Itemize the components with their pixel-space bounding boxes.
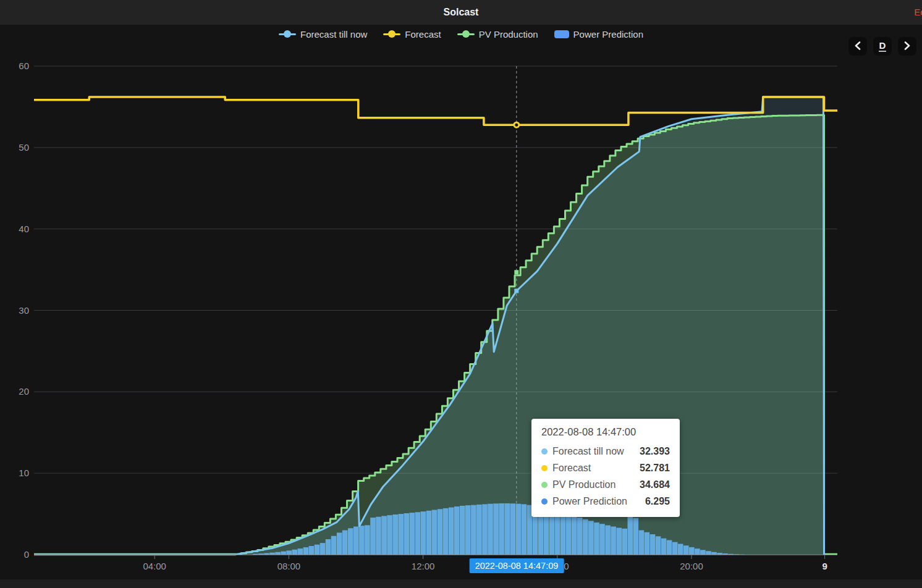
power-prediction-bar (342, 531, 348, 555)
power-prediction-bar (656, 536, 661, 555)
legend-line-dot-swatch (279, 30, 296, 38)
power-prediction-bar (286, 550, 292, 555)
power-prediction-bar (303, 547, 309, 555)
tooltip-series-label: Forecast (552, 463, 591, 474)
power-prediction-bar (577, 518, 583, 555)
previous-day-button[interactable] (848, 37, 867, 56)
power-prediction-bar (583, 519, 588, 555)
power-prediction-bar (415, 512, 421, 555)
power-prediction-bar (734, 554, 739, 555)
power-prediction-bar (695, 548, 700, 555)
power-prediction-bar (320, 543, 326, 555)
power-prediction-bar (264, 553, 269, 555)
power-prediction-bar (298, 548, 303, 555)
x-axis-tick-label: 9 (822, 561, 827, 571)
power-prediction-bar (683, 545, 689, 555)
day-navigation: D (848, 37, 916, 56)
tooltip-row: Forecast till now32.393 (541, 443, 670, 460)
chart-legend: Forecast till nowForecastPV ProductionPo… (0, 26, 922, 42)
power-prediction-bar (292, 550, 298, 555)
power-prediction-bar (309, 546, 315, 555)
power-prediction-bar (594, 523, 599, 555)
cursor-marker-ring (514, 122, 519, 127)
y-axis-tick-label: 40 (19, 224, 29, 234)
power-prediction-bar (488, 504, 493, 555)
power-prediction-bar (348, 528, 353, 555)
power-prediction-bar (504, 503, 510, 555)
power-prediction-bar (426, 511, 432, 555)
power-prediction-bar (381, 516, 387, 555)
tooltip-series-value: 34.684 (640, 479, 670, 490)
power-prediction-bar (443, 508, 449, 555)
legend-item-forecast-till-now[interactable]: Forecast till now (279, 29, 367, 40)
edit-link[interactable]: Edit (914, 0, 922, 25)
tooltip-series-label: PV Production (552, 479, 615, 490)
power-prediction-bar (572, 516, 577, 555)
power-prediction-bar (253, 554, 258, 555)
legend-item-label: PV Production (479, 29, 538, 40)
power-prediction-bar (706, 551, 711, 555)
power-prediction-bar (454, 506, 460, 555)
next-day-button[interactable] (898, 37, 916, 56)
day-range-button[interactable]: D (873, 37, 892, 56)
power-prediction-bar (410, 513, 415, 555)
x-axis-tick-label: 12:00 (412, 561, 435, 571)
power-prediction-bar (510, 503, 515, 555)
y-axis-tick-label: 50 (19, 142, 29, 153)
chart-canvas[interactable]: 010203040506004:0008:0012:0016:0020:009 (0, 0, 922, 588)
power-prediction-bar (471, 505, 476, 555)
power-prediction-bar (728, 554, 734, 555)
power-prediction-bar (622, 529, 627, 555)
power-prediction-bar (353, 527, 359, 555)
tooltip-series-value: 32.393 (640, 446, 670, 457)
power-prediction-bar (275, 552, 281, 555)
cursor-marker-square (514, 270, 518, 274)
power-prediction-bar (667, 540, 672, 555)
power-prediction-bar (599, 524, 605, 555)
tooltip-timestamp: 2022-08-08 14:47:00 (541, 426, 670, 438)
cursor-marker-square (514, 288, 518, 293)
power-prediction-bar (326, 539, 331, 555)
power-prediction-bar (661, 539, 667, 555)
power-prediction-bar (700, 550, 706, 555)
tooltip-series-value: 6.295 (645, 496, 670, 507)
power-prediction-bar (376, 517, 381, 555)
series-color-dot (541, 482, 548, 488)
legend-item-label: Forecast till now (300, 29, 367, 40)
legend-item-power-prediction[interactable]: Power Prediction (554, 29, 643, 40)
power-prediction-bar (493, 503, 499, 555)
tooltip-series-label: Power Prediction (552, 496, 627, 507)
power-prediction-bar (566, 514, 572, 555)
power-prediction-bar (560, 513, 566, 555)
power-prediction-bar (365, 525, 370, 555)
legend-item-pv-production[interactable]: PV Production (457, 29, 538, 40)
tooltip-row: PV Production34.684 (541, 476, 670, 493)
power-prediction-bar (717, 553, 722, 555)
chart-tooltip: 2022-08-08 14:47:00 Forecast till now32.… (531, 419, 680, 517)
power-prediction-bar (555, 511, 560, 555)
power-prediction-bar (421, 511, 426, 555)
power-prediction-bar (359, 526, 365, 555)
power-prediction-bar (398, 514, 404, 555)
power-prediction-bar (689, 547, 695, 555)
power-prediction-bar (465, 505, 471, 555)
x-axis-tick-label: 08:00 (277, 561, 301, 571)
x-axis-tick-label: 04:00 (143, 561, 166, 571)
power-prediction-bar (387, 515, 392, 555)
power-prediction-bar (331, 536, 337, 555)
tooltip-row: Forecast52.781 (541, 460, 670, 476)
legend-bar-swatch (554, 30, 569, 38)
tooltip-series-value: 52.781 (640, 463, 670, 474)
chevron-right-icon (903, 41, 911, 52)
tooltip-series-label: Forecast till now (552, 446, 624, 457)
legend-item-forecast[interactable]: Forecast (383, 29, 441, 40)
legend-item-label: Forecast (405, 29, 441, 40)
cursor-time-badge: 2022-08-08 14:47:09 (470, 558, 564, 573)
power-prediction-bar (628, 516, 633, 555)
series-color-dot (541, 498, 548, 505)
power-prediction-bar (438, 509, 443, 555)
power-prediction-bar (432, 510, 438, 555)
x-axis-tick-label: 20:00 (680, 561, 703, 571)
power-prediction-bar (269, 553, 275, 555)
chevron-left-icon (854, 41, 861, 52)
